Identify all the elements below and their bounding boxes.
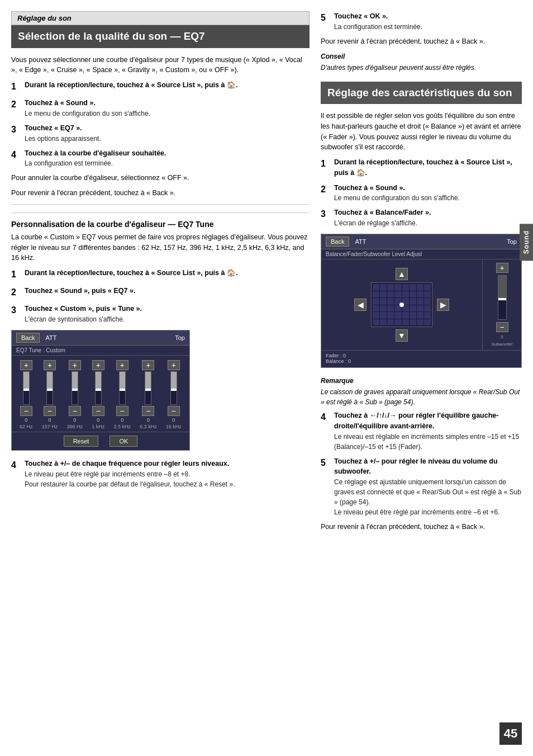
back-note-right: Pour revenir à l'écran précédent, touche… [321, 522, 522, 532]
bal-grid-display [371, 282, 432, 327]
back-note-eq: Pour annuler la courbe d'égaliseur, séle… [11, 173, 310, 183]
step-5-r-main: Touchez « OK ». [334, 11, 522, 22]
bal-back-button[interactable]: Back [326, 237, 349, 247]
eq-plus-btn-7[interactable]: + [168, 360, 180, 370]
eq-track-1 [23, 371, 30, 405]
step-2: 2 Touchez à « Sound ». Le menu de config… [11, 98, 310, 119]
bal-up-btn[interactable]: ▲ [396, 268, 408, 280]
tune-step-num-2: 2 [11, 286, 21, 299]
eq-minus-btn-4[interactable]: − [92, 406, 104, 416]
tune-step-2: 2 Touchez « Sound », puis « EQ7 ». [11, 286, 310, 299]
r-step-3-sub: L'écran de réglage s'affiche. [334, 218, 522, 228]
bal-sub-plus-btn[interactable]: + [496, 263, 508, 273]
steps-right-bal: 1 Durant la réception/lecture, touchez à… [321, 157, 522, 228]
eq-plus-btn-2[interactable]: + [44, 360, 56, 370]
eq-minus-btn-7[interactable]: − [168, 406, 180, 416]
step-4: 4 Touchez à la courbe d'égaliseur souhai… [11, 148, 310, 169]
eq-reset-button[interactable]: Reset [64, 436, 99, 447]
eq-track-5 [119, 371, 126, 405]
eq-band-3: + − 0 396 Hz [67, 360, 83, 429]
steps-eq7-tune: 1 Durant la réception/lecture, touchez à… [11, 268, 310, 324]
r-step-num-1: 1 [321, 157, 331, 178]
bal-sub-val-label: 0 [501, 334, 503, 339]
eq-freq-1: 62 Hz [20, 424, 33, 429]
step-5-r-sub: La configuration est terminée. [334, 22, 522, 32]
r-step-5: 5 Touchez à +/– pour régler le niveau du… [321, 456, 522, 518]
step-3-sub: Les options apparaissent. [25, 134, 310, 144]
eq-subtitle: EQ7 Tune : Custom [12, 346, 189, 356]
bal-main-area: ▲ ◀ [321, 259, 521, 350]
step-3-main: Touchez « EQ7 ». [25, 123, 310, 134]
back-note-eq2: Pour revenir à l'écran précédent, touche… [11, 188, 310, 199]
eq-val-5: 0 [121, 417, 123, 423]
step-2-main: Touchez à « Sound ». [25, 98, 310, 108]
sub-p1: La courbe « Custom » EQ7 vous permet de … [11, 232, 310, 263]
eq-minus-btn-6[interactable]: − [142, 406, 154, 416]
tune-step-num-4: 4 [11, 459, 21, 489]
eq-band-2: + − 0 157 Hz [42, 360, 58, 429]
r-step-5-main: Touchez à +/– pour régler le niveau du v… [334, 456, 522, 478]
remarque-label: Remarque [321, 376, 522, 386]
tune-step-1: 1 Durant la réception/lecture, touchez à… [11, 268, 310, 281]
eq-plus-btn-4[interactable]: + [92, 360, 104, 370]
eq-plus-btn-3[interactable]: + [69, 360, 81, 370]
steps-eq7: 1 Durant la réception/lecture, touchez à… [11, 80, 310, 168]
page-number: 45 [499, 722, 522, 745]
r-step-3: 3 Touchez à « Balance/Fader ». L'écran d… [321, 207, 522, 228]
step-4-content: Touchez à la courbe d'égaliseur souhaité… [25, 148, 310, 169]
eq-ok-button[interactable]: OK [110, 436, 137, 447]
eq-minus-btn-1[interactable]: − [20, 406, 32, 416]
eq-band-4: + − 0 1 kHz [92, 360, 104, 429]
bal-down-btn[interactable]: ▼ [396, 329, 408, 342]
step-2-sub: Le menu de configuration du son s'affich… [25, 108, 310, 119]
eq-val-7: 0 [172, 417, 175, 423]
eq-plus-btn-6[interactable]: + [142, 360, 154, 370]
bal-sub-minus-btn[interactable]: − [496, 322, 508, 332]
tune-step-4-sub2: Pour restaurer la courbe par défaut de l… [25, 479, 310, 489]
eq-plus-btn-5[interactable]: + [116, 360, 129, 370]
tune-step-3-main: Touchez « Custom », puis « Tune ». [25, 304, 310, 314]
eq-topbar: Back ATT Top [12, 330, 189, 346]
eq-band-5: + − 0 2.5 kHz [113, 360, 131, 429]
r-step-1-main: Durant la réception/lecture, touchez à «… [334, 157, 522, 178]
step-4-sub: La configuration est terminée. [25, 158, 310, 168]
side-tab-sound: Sound [520, 224, 533, 261]
bal-center-dot [399, 303, 404, 307]
steps-eq7-tune-4: 4 Touchez à +/– de chaque fréquence pour… [11, 459, 310, 489]
r-step-4: 4 Touchez à ←/↑/↓/→ pour régler l'équili… [321, 410, 522, 452]
bal-att-label: ATT [355, 238, 366, 245]
left-intro: Vous pouvez sélectionner une courbe d'ég… [11, 55, 310, 76]
right-section-title: Réglage des caractéristiques du son [327, 87, 512, 98]
r-step-1: 1 Durant la réception/lecture, touchez à… [321, 157, 522, 178]
r-step-2-main: Touchez à « Sound ». [334, 183, 522, 193]
eq-bottom-buttons: Reset OK [12, 432, 189, 450]
r-step-2: 2 Touchez à « Sound ». Le menu de config… [321, 183, 522, 204]
r-step-3-content: Touchez à « Balance/Fader ». L'écran de … [334, 207, 522, 228]
r-step-1-content: Durant la réception/lecture, touchez à «… [334, 157, 522, 178]
bal-left-btn[interactable]: ◀ [354, 299, 367, 311]
bal-right-btn[interactable]: ▶ [437, 299, 449, 311]
eq-band-7: + − 0 16 kHz [166, 360, 182, 429]
balance-fader-ui: Back ATT Top Balance/Fader/Subwoofer Lev… [321, 234, 522, 368]
step-num-4: 4 [11, 148, 21, 169]
remarque-text: Le caisson de graves apparaît uniquement… [321, 387, 522, 407]
step-5-right: 5 Touchez « OK ». La configuration est t… [321, 11, 522, 32]
bal-grid-area: ▲ ◀ [321, 259, 482, 350]
subsection-title: Personnalisation de la courbe d'égaliseu… [11, 212, 310, 229]
eq-minus-btn-2[interactable]: − [44, 406, 56, 416]
right-column: 5 Touchez « OK ». La configuration est t… [321, 11, 522, 745]
eq-plus-btn-1[interactable]: + [20, 360, 32, 370]
bal-subtitle: Balance/Fader/Subwoofer Level Adjust [321, 249, 521, 259]
eq-back-button[interactable]: Back [16, 333, 40, 343]
bal-up-row: ▲ [396, 268, 408, 280]
eq-minus-btn-3[interactable]: − [69, 406, 81, 416]
step-1-main: Durant la réception/lecture, touchez à «… [25, 80, 310, 91]
tune-step-1-main: Durant la réception/lecture, touchez à «… [25, 268, 310, 278]
section-header-text: Réglage du son [17, 14, 72, 22]
eq-minus-btn-5[interactable]: − [116, 406, 129, 416]
tune-step-4: 4 Touchez à +/– de chaque fréquence pour… [11, 459, 310, 489]
eq-tune-ui: Back ATT Top EQ7 Tune : Custom + − 0 [11, 330, 190, 451]
bal-down-row: ▼ [396, 329, 408, 342]
step-4-main: Touchez à la courbe d'égaliseur souhaité… [25, 148, 310, 159]
tune-step-1-content: Durant la réception/lecture, touchez à «… [25, 268, 310, 281]
